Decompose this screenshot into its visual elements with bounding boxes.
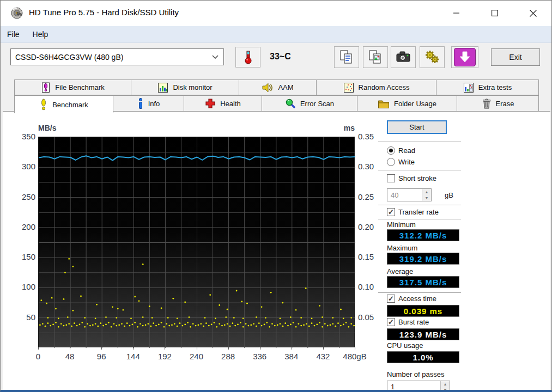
window-title: HD Tune Pro 5.75 - Hard Disk/SSD Utility bbox=[29, 8, 179, 17]
gears-icon bbox=[424, 49, 440, 65]
transfer-rate-checkbox[interactable]: ✓ bbox=[387, 208, 395, 216]
short-stroke-option[interactable]: Short stroke bbox=[387, 174, 436, 182]
start-label: Start bbox=[409, 123, 424, 131]
cpu-usage-value: 1.0% bbox=[387, 351, 459, 363]
copy-image-icon bbox=[367, 49, 384, 65]
tab-folder-usage[interactable]: Folder Usage bbox=[357, 95, 457, 112]
x-axis-tick-mark bbox=[292, 347, 292, 350]
separator bbox=[378, 205, 461, 205]
start-button[interactable]: Start bbox=[387, 120, 447, 134]
cpu-usage-label: CPU usage bbox=[387, 341, 423, 350]
minimize-button[interactable] bbox=[444, 1, 469, 26]
copy-text-button[interactable] bbox=[334, 46, 359, 68]
extra-tests-icon bbox=[463, 82, 474, 93]
spin-down-icon[interactable]: ▼ bbox=[422, 195, 431, 201]
tab-random-access[interactable]: Random Access bbox=[317, 79, 436, 95]
maximize-button[interactable] bbox=[482, 1, 507, 26]
exit-label: Exit bbox=[509, 53, 521, 62]
x-axis-tick-mark bbox=[323, 347, 324, 350]
left-axis-tick: 50 bbox=[11, 313, 35, 322]
access-time-checkbox[interactable]: ✓ bbox=[387, 295, 395, 303]
x-axis-tick: 288 bbox=[213, 352, 244, 361]
burst-rate-checkbox[interactable]: ✓ bbox=[387, 318, 395, 326]
spin-down-icon[interactable]: ▼ bbox=[441, 387, 450, 392]
right-axis-tick: 0.15 bbox=[358, 252, 382, 261]
tab-label: Folder Usage bbox=[394, 100, 436, 108]
separator bbox=[378, 292, 461, 293]
tab-label: Benchmark bbox=[52, 101, 88, 109]
passes-value: 1 bbox=[387, 381, 440, 392]
read-radio[interactable] bbox=[387, 146, 395, 155]
left-axis-tick: 150 bbox=[11, 252, 35, 261]
write-label: Write bbox=[398, 158, 415, 166]
x-axis-tick-mark bbox=[197, 347, 197, 350]
benchmark-chart bbox=[38, 137, 355, 347]
tab-extra-tests[interactable]: Extra tests bbox=[436, 79, 539, 95]
capacity-value: 40 bbox=[387, 189, 422, 201]
x-axis-tick: 48 bbox=[54, 352, 85, 361]
minimum-label: Minimum bbox=[387, 220, 416, 229]
passes-spinner[interactable]: 1 ▲ ▼ bbox=[387, 381, 450, 392]
x-axis-tick-mark bbox=[355, 347, 355, 350]
maximum-label: Maximum bbox=[387, 244, 417, 252]
x-axis-tick-mark bbox=[38, 347, 39, 350]
tab-benchmark[interactable]: Benchmark bbox=[14, 95, 113, 113]
spin-up-icon[interactable]: ▲ bbox=[422, 189, 431, 195]
access-time-value: 0.039 ms bbox=[387, 305, 459, 317]
right-axis-tick: 0.35 bbox=[358, 132, 382, 141]
access-time-option[interactable]: ✓ Access time bbox=[387, 295, 436, 303]
folder-icon bbox=[378, 99, 390, 109]
copy-image-button[interactable] bbox=[363, 46, 388, 68]
right-axis-ticks: 0.350.300.250.200.150.100.05 bbox=[358, 137, 382, 347]
short-stroke-label: Short stroke bbox=[398, 174, 436, 182]
tab-error-scan[interactable]: Error Scan bbox=[262, 95, 357, 112]
tab-erase[interactable]: Erase bbox=[457, 95, 539, 112]
tab-aam[interactable]: AAM bbox=[239, 79, 317, 95]
save-results-button[interactable] bbox=[451, 46, 478, 68]
transfer-rate-label: Transfer rate bbox=[398, 208, 439, 216]
read-label: Read bbox=[398, 146, 415, 155]
right-axis-tick: 0.10 bbox=[358, 282, 382, 291]
tab-info[interactable]: Info bbox=[113, 95, 184, 112]
write-option[interactable]: Write bbox=[387, 158, 415, 166]
x-axis-tick: 192 bbox=[149, 352, 180, 361]
transfer-rate-option[interactable]: ✓ Transfer rate bbox=[387, 208, 439, 216]
burst-rate-option[interactable]: ✓ Burst rate bbox=[387, 318, 429, 326]
left-axis-tick: 250 bbox=[11, 192, 35, 201]
benchmark-icon bbox=[39, 99, 48, 111]
menu-file[interactable]: File bbox=[1, 26, 26, 42]
disk-monitor-icon bbox=[157, 82, 168, 93]
capacity-spinner[interactable]: 40 ▲ ▼ bbox=[387, 188, 432, 201]
temperature-value: 33~C bbox=[270, 52, 291, 62]
spin-up-icon[interactable]: ▲ bbox=[441, 381, 450, 387]
temperature-button[interactable] bbox=[235, 47, 260, 68]
info-icon bbox=[137, 98, 144, 109]
x-axis-tick-mark bbox=[70, 347, 70, 350]
drive-select-dropdown[interactable]: CSSD-S6H4GCG3VW (480 gB) bbox=[10, 48, 224, 65]
tab-label: Info bbox=[148, 100, 160, 108]
average-value: 317.5 MB/s bbox=[387, 276, 459, 288]
settings-gears-button[interactable] bbox=[420, 46, 445, 68]
tab-label: Random Access bbox=[359, 83, 410, 91]
tab-label: Health bbox=[220, 100, 241, 108]
speaker-icon bbox=[262, 82, 274, 93]
screenshot-button[interactable] bbox=[391, 46, 416, 68]
read-option[interactable]: Read bbox=[387, 146, 415, 155]
separator bbox=[378, 219, 461, 219]
exit-button[interactable]: Exit bbox=[491, 48, 540, 66]
access-time-label: Access time bbox=[398, 295, 436, 303]
tab-disk-monitor[interactable]: Disk monitor bbox=[131, 79, 239, 95]
menu-help[interactable]: Help bbox=[26, 26, 55, 42]
short-stroke-checkbox[interactable] bbox=[387, 174, 395, 182]
tab-file-benchmark[interactable]: File Benchmark bbox=[14, 79, 131, 95]
close-button[interactable] bbox=[520, 1, 545, 26]
tab-label: File Benchmark bbox=[55, 83, 104, 91]
chevron-down-icon bbox=[211, 54, 219, 59]
burst-rate-label: Burst rate bbox=[398, 318, 429, 326]
right-axis-title: ms bbox=[327, 124, 355, 132]
hard-disk-app-icon bbox=[10, 7, 23, 20]
capacity-unit: gB bbox=[445, 191, 453, 199]
write-radio[interactable] bbox=[387, 158, 395, 166]
tab-label: AAM bbox=[278, 83, 293, 91]
tab-health[interactable]: Health bbox=[184, 95, 262, 112]
